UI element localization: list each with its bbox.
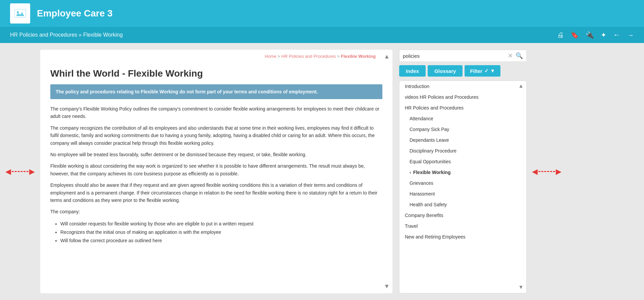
dashed-line <box>12 171 29 172</box>
content-panel: Home > HR Policies and Procedures > Flex… <box>40 50 392 293</box>
tree-item-dependants-leave[interactable]: Dependants Leave <box>399 135 526 145</box>
tree-label: Grievances <box>410 180 433 186</box>
tree-item-harassment[interactable]: Harassment <box>399 188 526 199</box>
tree-label: Company Benefits <box>405 213 443 218</box>
right-left-arrow-head: ◀ <box>532 167 538 176</box>
left-dashed-arrow[interactable]: ◀ ▶ <box>5 167 35 176</box>
tree-item-equal-opportunities[interactable]: Equal Opportunities <box>399 156 526 167</box>
tree-label: Flexible Working <box>413 170 451 175</box>
right-arrow-area: ◀ ▶ <box>533 50 560 293</box>
right-arrow-head: ▶ <box>29 167 35 176</box>
top-header: Employee Care 3 <box>0 0 644 27</box>
tree-label: Introduction <box>405 84 429 89</box>
tree-item-health-safety[interactable]: Health and Safety <box>399 199 526 210</box>
tree-item-company-sick-pay[interactable]: Company Sick Pay <box>399 124 526 135</box>
scroll-up-icon[interactable]: ▲ <box>384 53 390 60</box>
content-breadcrumb: Home > HR Policies and Procedures > Flex… <box>40 50 392 61</box>
breadcrumb-sep2: > <box>337 54 341 59</box>
bullet-2: Recognizes that the initial onus of maki… <box>60 228 382 237</box>
tree-label: videos HR Policies and Procedures <box>405 94 478 100</box>
tree-label: Harassment <box>410 191 435 197</box>
tree-label: Disciplinary Procedure <box>410 148 457 154</box>
search-input[interactable] <box>403 53 508 59</box>
forward-icon[interactable]: → <box>627 31 634 39</box>
left-arrow-area: ◀ ▶ <box>7 50 34 293</box>
bullet-1: Will consider requests for flexible work… <box>60 220 382 228</box>
nav-bar: HR Policies and Procedures » Flexible Wo… <box>0 27 644 43</box>
tree-item-new-retiring[interactable]: New and Retiring Employees <box>399 231 526 242</box>
app-logo <box>10 3 30 24</box>
share-icon[interactable]: 🔌 <box>586 31 594 39</box>
tree-label: New and Retiring Employees <box>405 234 466 240</box>
search-go-icon[interactable]: 🔍 <box>516 52 523 59</box>
paragraph-1: The company's Flexible Working Policy ou… <box>50 105 382 120</box>
paragraph-6: The company: <box>50 208 382 215</box>
tree-item-attendance[interactable]: Attendance <box>399 113 526 124</box>
app-title: Employee Care 3 <box>37 8 113 19</box>
tree-label: HR Policies and Procedures <box>405 105 464 111</box>
filter-check-icon: ✓ ▼ <box>484 68 495 74</box>
right-panel: ✕ 🔍 Index Glossary Filter ✓ ▼ ▲ Introduc… <box>399 50 527 293</box>
breadcrumb-section[interactable]: HR Policies and Procedures <box>281 54 336 59</box>
tree-label: Attendance <box>410 116 433 121</box>
breadcrumb-current: Flexible Working <box>341 54 376 59</box>
nav-breadcrumb: HR Policies and Procedures » Flexible Wo… <box>10 32 123 38</box>
nav-icons: 🖨 🔖 🔌 ✦ ← → <box>557 31 634 39</box>
filter-button[interactable]: Filter ✓ ▼ <box>465 65 500 77</box>
tree-label: Equal Opportunities <box>410 159 451 164</box>
tab-row: Index Glossary Filter ✓ ▼ <box>399 65 527 77</box>
search-box: ✕ 🔍 <box>399 50 527 62</box>
right-right-arrow-head: ▶ <box>556 167 561 176</box>
paragraph-4: Flexible working is about considering th… <box>50 162 382 177</box>
bullet-3: Will follow the correct procedure as out… <box>60 237 382 245</box>
tree-label: Health and Safety <box>410 202 447 207</box>
tree-label: Dependants Leave <box>410 137 449 143</box>
breadcrumb-sep1: > <box>278 54 281 59</box>
tree-item-videos-hr[interactable]: videos HR Policies and Procedures <box>399 92 526 102</box>
tree-item-hr-policies[interactable]: HR Policies and Procedures <box>399 102 526 113</box>
tree-item-flexible-working[interactable]: ‹ Flexible Working <box>399 167 526 178</box>
left-arrow-head: ◀ <box>5 167 11 176</box>
tree-item-grievances[interactable]: Grievances <box>399 178 526 188</box>
highlight-box: The policy and procedures relating to Fl… <box>50 84 382 99</box>
scroll-down-icon[interactable]: ▼ <box>384 283 390 290</box>
tab-index[interactable]: Index <box>399 65 426 77</box>
bullet-list: Will consider requests for flexible work… <box>60 220 382 245</box>
print-icon[interactable]: 🖨 <box>557 31 564 39</box>
paragraph-2: The company recognizes the contribution … <box>50 124 382 147</box>
right-dashed-arrow[interactable]: ◀ ▶ <box>532 167 561 176</box>
dashed-line-right <box>538 171 555 172</box>
tree-item-disciplinary[interactable]: Disciplinary Procedure <box>399 145 526 156</box>
bookmark-icon[interactable]: 🔖 <box>571 31 579 39</box>
search-clear-icon[interactable]: ✕ <box>508 52 513 59</box>
page-title: Whirl the World - Flexible Working <box>50 68 382 79</box>
cursor-icon: ✦ <box>601 31 606 39</box>
back-icon[interactable]: ← <box>613 31 621 39</box>
tree-label: Company Sick Pay <box>410 127 449 132</box>
filter-label: Filter <box>470 68 482 74</box>
image-icon <box>14 7 26 19</box>
svg-point-2 <box>17 11 19 13</box>
tree-scroll-down-icon[interactable]: ▼ <box>518 284 524 290</box>
tree-item-company-benefits[interactable]: Company Benefits <box>399 210 526 221</box>
breadcrumb-home[interactable]: Home <box>265 54 276 59</box>
nav-tree: ▲ Introduction videos HR Policies and Pr… <box>399 81 527 293</box>
tab-glossary[interactable]: Glossary <box>428 65 463 77</box>
paragraph-3: No employee will be treated less favorab… <box>50 151 382 158</box>
tree-item-travel[interactable]: Travel <box>399 221 526 231</box>
main-content: ◀ ▶ Home > HR Policies and Procedures > … <box>0 43 644 300</box>
active-arrow-icon: ‹ <box>410 170 411 175</box>
tree-label: Travel <box>405 223 418 229</box>
paragraph-5: Employees should also be aware that if t… <box>50 181 382 204</box>
content-inner: Whirl the World - Flexible Working The p… <box>40 61 392 293</box>
tree-item-introduction[interactable]: Introduction <box>399 81 526 92</box>
tree-scroll-up-icon[interactable]: ▲ <box>518 83 524 89</box>
svg-rect-1 <box>15 9 25 17</box>
